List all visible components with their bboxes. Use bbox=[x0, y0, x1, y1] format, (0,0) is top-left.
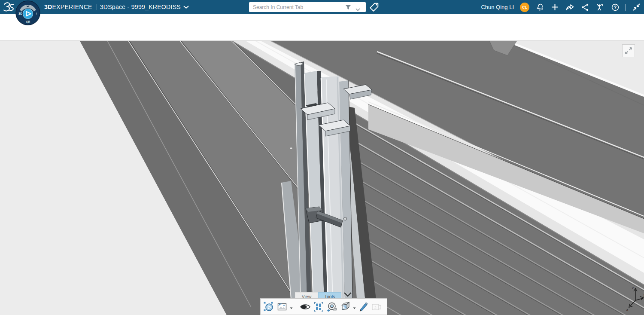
chevron-down-icon[interactable] bbox=[289, 300, 293, 313]
expand-icon[interactable] bbox=[622, 44, 635, 57]
top-bar: 3DEXPERIENCE|3DSpace - 9999_KREODISS Chu… bbox=[0, 0, 644, 14]
user-name[interactable]: Chun Qing LI bbox=[481, 4, 514, 10]
app-switcher-label[interactable]: 3DSpace - 9999_KREODISS bbox=[100, 3, 181, 10]
top-bar-divider bbox=[626, 4, 626, 11]
facade-model-render: zyx bbox=[0, 41, 644, 315]
measure-button[interactable] bbox=[326, 300, 338, 313]
top-bar-actions: Chun Qing LI CL bbox=[481, 0, 641, 14]
global-search bbox=[249, 2, 366, 12]
slide-2d-label: 2 bbox=[374, 305, 377, 309]
add-icon[interactable] bbox=[550, 3, 559, 12]
ink-annotate-button[interactable] bbox=[357, 300, 369, 313]
share-arrow-icon[interactable] bbox=[565, 3, 574, 12]
tag-icon[interactable] bbox=[369, 2, 379, 12]
hide-show-eye-button[interactable] bbox=[299, 300, 311, 313]
play-experience-button[interactable] bbox=[263, 300, 275, 313]
network-share-icon[interactable] bbox=[580, 3, 589, 12]
avatar[interactable]: CL bbox=[520, 3, 529, 12]
content-title-bar: Ridgewood_Facade_FInal bbox=[0, 14, 644, 41]
brand-title: 3DEXPERIENCE|3DSpace - 9999_KREODISS bbox=[44, 3, 189, 10]
chevron-down-icon[interactable] bbox=[352, 300, 356, 313]
bell-icon[interactable] bbox=[535, 3, 544, 12]
brand-experience: EXPERIENCE bbox=[52, 3, 92, 10]
compass-vr-label: V,R bbox=[26, 20, 30, 24]
viewer-toolbar: 2 bbox=[260, 298, 387, 315]
chevron-down-icon[interactable] bbox=[355, 5, 362, 12]
slide-2d-button: 2 bbox=[371, 300, 383, 313]
svg-text:z: z bbox=[632, 286, 634, 290]
brand-pipe: | bbox=[95, 3, 97, 10]
3dexperience-compass[interactable]: 3D i V,R bbox=[15, 0, 40, 25]
filter-funnel-icon[interactable] bbox=[345, 4, 352, 11]
help-glyph: ? bbox=[614, 4, 616, 9]
brand-3d: 3D bbox=[44, 3, 52, 10]
toolbar-divider bbox=[296, 300, 296, 313]
chevron-down-icon[interactable] bbox=[183, 3, 189, 10]
compass-3d-label: 3D bbox=[18, 12, 22, 15]
help-icon[interactable]: ? bbox=[611, 3, 620, 12]
manage-visibility-button[interactable] bbox=[313, 300, 325, 313]
section-button[interactable] bbox=[339, 300, 351, 313]
3d-viewport[interactable]: zyx View Tools bbox=[0, 41, 644, 315]
swym-people-icon[interactable] bbox=[595, 3, 605, 12]
capture-button[interactable] bbox=[276, 300, 288, 313]
dassault-3ds-logo bbox=[3, 1, 15, 15]
collapse-icon[interactable] bbox=[632, 3, 641, 12]
